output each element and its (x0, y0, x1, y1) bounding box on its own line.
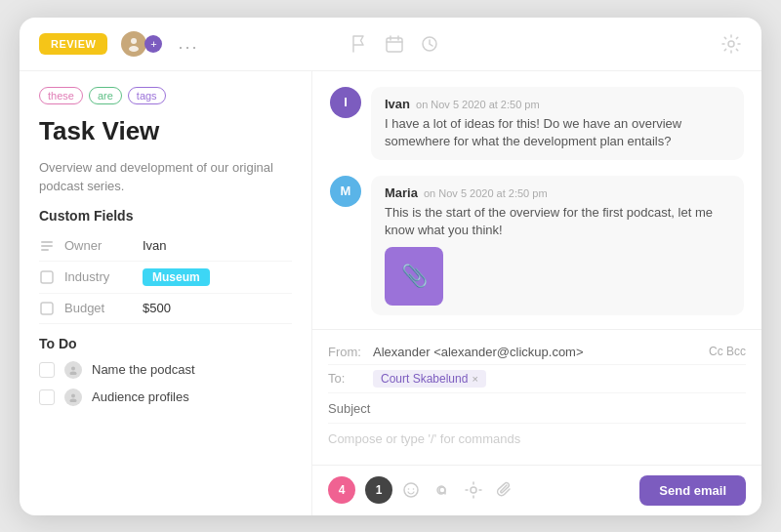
comment-name-ivan: Ivan (385, 97, 410, 111)
tag-tags[interactable]: tags (128, 87, 166, 104)
main-content: these are tags Task View Overview and de… (20, 71, 761, 515)
right-panel: I Ivan on Nov 5 2020 at 2:50 pm I have a… (312, 71, 761, 515)
svg-rect-9 (41, 303, 53, 314)
from-value: Alexander <alexander@clickup.com> (373, 345, 584, 359)
custom-fields-list: Owner Ivan Industry Museum (39, 231, 292, 324)
comment-bubble-maria: Maria on Nov 5 2020 at 2:50 pm This is t… (371, 176, 744, 315)
svg-point-0 (131, 38, 137, 44)
task-description: Overview and development of our original… (39, 158, 292, 196)
clock-icon[interactable] (419, 33, 440, 55)
svg-point-18 (471, 487, 476, 493)
tag-are[interactable]: are (89, 87, 122, 104)
svg-point-14 (404, 483, 418, 497)
industry-value[interactable]: Museum (143, 268, 210, 286)
compose-placeholder: Compose or type '/' for commands (328, 431, 520, 446)
todo-item-1: Name the podcast (39, 361, 292, 379)
comments-area: I Ivan on Nov 5 2020 at 2:50 pm I have a… (312, 71, 761, 329)
comment-text-ivan: I have a lot of ideas for this! Do we ha… (385, 115, 730, 150)
comment-ivan: I Ivan on Nov 5 2020 at 2:50 pm I have a… (330, 87, 744, 160)
industry-label: Industry (64, 269, 133, 284)
svg-rect-2 (387, 38, 402, 52)
recipient-chip[interactable]: Court Skabelund × (373, 370, 486, 388)
badge-dark[interactable]: 1 (365, 476, 392, 504)
send-email-button[interactable]: Send email (639, 475, 746, 506)
todo-checkbox-1[interactable] (39, 362, 55, 378)
from-label: From: (328, 345, 367, 359)
svg-rect-6 (41, 245, 53, 247)
todo-section: To Do Name the podcast (39, 336, 292, 406)
box-icon-budget (39, 301, 55, 316)
comment-bubble-ivan: Ivan on Nov 5 2020 at 2:50 pm I have a l… (371, 87, 744, 160)
budget-value: $500 (143, 301, 171, 315)
avatar-group: + (119, 29, 162, 59)
svg-rect-5 (41, 241, 53, 243)
task-title: Task View (39, 116, 292, 146)
badge-red[interactable]: 4 (328, 476, 355, 504)
comment-time-ivan: on Nov 5 2020 at 2:50 pm (416, 99, 540, 110)
todo-checkbox-2[interactable] (39, 389, 55, 405)
more-options-button[interactable]: ... (174, 33, 202, 54)
todo-avatar-1 (64, 361, 82, 379)
comment-header-ivan: Ivan on Nov 5 2020 at 2:50 pm (385, 97, 730, 111)
left-panel: these are tags Task View Overview and de… (20, 71, 312, 515)
footer: 4 1 (312, 465, 761, 515)
subject-row[interactable] (328, 393, 746, 424)
email-to-row: To: Court Skabelund × (328, 365, 746, 393)
comment-maria: M Maria on Nov 5 2020 at 2:50 pm This is… (330, 176, 744, 315)
todo-text-2: Audience profiles (92, 389, 189, 404)
field-row-owner: Owner Ivan (39, 231, 292, 262)
svg-point-15 (408, 488, 410, 490)
svg-point-13 (70, 398, 77, 402)
recipient-name: Court Skabelund (381, 372, 468, 386)
recipient-remove-button[interactable]: × (472, 373, 477, 385)
custom-fields-title: Custom Fields (39, 208, 292, 224)
comment-name-maria: Maria (385, 185, 418, 200)
header: REVIEW + ... (20, 18, 761, 71)
review-button[interactable]: REVIEW (39, 33, 107, 55)
cc-bcc[interactable]: Cc Bcc (709, 345, 746, 358)
svg-point-1 (129, 46, 139, 52)
to-label: To: (328, 371, 367, 386)
header-icon-group (349, 33, 440, 55)
svg-point-10 (71, 366, 75, 370)
flag-icon[interactable] (349, 33, 370, 55)
mention-icon[interactable] (433, 481, 451, 499)
calendar-icon[interactable] (384, 33, 405, 55)
settings-footer-icon[interactable] (465, 481, 482, 499)
field-row-budget: Budget $500 (39, 294, 292, 324)
svg-rect-7 (41, 249, 49, 251)
attachment-footer-icon[interactable] (496, 481, 514, 499)
todo-list: Name the podcast Audience profiles (39, 361, 292, 406)
attachment-icon: 📎 (401, 264, 428, 289)
emoji-icon[interactable] (402, 481, 420, 499)
email-compose: From: Alexander <alexander@clickup.com> … (312, 329, 761, 465)
comment-avatar-maria: M (330, 176, 361, 207)
comment-text-maria: This is the start of the overview for th… (385, 204, 730, 239)
todo-avatar-2 (64, 389, 82, 406)
todo-item-2: Audience profiles (39, 389, 292, 406)
svg-point-11 (70, 371, 77, 375)
footer-icon-group (402, 481, 514, 499)
settings-icon[interactable] (720, 33, 742, 55)
email-from-row: From: Alexander <alexander@clickup.com> … (328, 340, 746, 365)
attachment-preview[interactable]: 📎 (385, 247, 443, 306)
todo-title: To Do (39, 336, 292, 351)
owner-value: Ivan (143, 238, 167, 253)
box-icon-industry (39, 269, 55, 285)
list-icon (39, 238, 55, 254)
svg-point-12 (71, 393, 75, 397)
tag-these[interactable]: these (39, 87, 83, 104)
owner-label: Owner (64, 238, 133, 253)
comment-header-maria: Maria on Nov 5 2020 at 2:50 pm (385, 185, 730, 200)
subject-input[interactable] (328, 401, 746, 416)
custom-fields-section: Custom Fields Owner Ivan (39, 208, 292, 324)
comment-time-maria: on Nov 5 2020 at 2:50 pm (424, 187, 548, 199)
add-avatar-button[interactable]: + (144, 35, 162, 53)
svg-point-16 (413, 488, 415, 490)
svg-rect-8 (41, 271, 53, 283)
svg-point-4 (728, 41, 734, 47)
budget-label: Budget (64, 301, 133, 315)
field-row-industry: Industry Museum (39, 262, 292, 294)
tags-row: these are tags (39, 87, 292, 104)
compose-row[interactable]: Compose or type '/' for commands (328, 424, 746, 455)
